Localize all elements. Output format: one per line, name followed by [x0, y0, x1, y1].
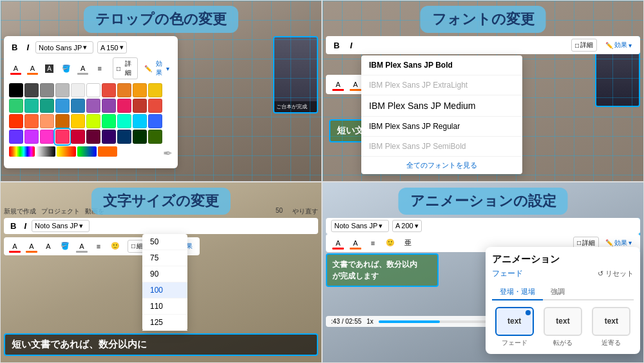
- underline-btn[interactable]: A: [76, 61, 90, 75]
- q3-underline-btn[interactable]: A: [75, 239, 89, 253]
- color-swatch[interactable]: [71, 83, 85, 97]
- color-swatch[interactable]: [71, 130, 85, 144]
- q3-font-selector[interactable]: Noto Sans JP ▾: [32, 220, 90, 232]
- color-swatch[interactable]: [40, 130, 54, 144]
- gradient-swatch-bw[interactable]: [36, 146, 55, 157]
- color-swatch[interactable]: [133, 99, 147, 113]
- q2-detail-btn[interactable]: □ 詳細: [571, 39, 597, 52]
- size-90[interactable]: 90: [142, 266, 187, 282]
- gradient-swatch-rainbow[interactable]: [9, 146, 35, 157]
- q3-bucket-btn[interactable]: 🪣: [58, 239, 72, 253]
- q2-bold-btn[interactable]: B: [331, 39, 342, 52]
- color-swatch[interactable]: [24, 99, 39, 113]
- color-swatch[interactable]: [24, 130, 39, 144]
- font-item-ibm-regular[interactable]: IBM Plex Sans JP Regular: [361, 117, 522, 137]
- color-swatch[interactable]: [71, 114, 85, 128]
- color-swatch[interactable]: [117, 99, 131, 113]
- q3-highlight-btn[interactable]: A: [24, 239, 39, 253]
- color-swatch[interactable]: [55, 83, 70, 97]
- color-swatch[interactable]: [86, 130, 100, 144]
- highlight-btn[interactable]: A: [26, 61, 39, 75]
- anim-option-roll[interactable]: text 転がる: [540, 307, 585, 348]
- q3-align-btn[interactable]: ≡: [91, 239, 106, 253]
- color-swatch[interactable]: [102, 83, 116, 97]
- gradient-swatch-yel-red[interactable]: [57, 146, 76, 157]
- q4-align-btn[interactable]: ≡: [366, 236, 380, 250]
- q3-text-color-btn[interactable]: A: [8, 239, 22, 253]
- anim-reset-btn[interactable]: ↺ リセット: [598, 269, 634, 279]
- color-swatch[interactable]: [40, 114, 54, 128]
- color-swatch[interactable]: [117, 83, 131, 97]
- anim-tab-entry[interactable]: 登場・退場: [492, 284, 543, 300]
- color-swatch[interactable]: [117, 114, 131, 128]
- q4-emoji-btn[interactable]: 🙂: [383, 236, 397, 250]
- anim-tab-emphasis[interactable]: 強調: [543, 284, 573, 299]
- menu-project[interactable]: プロジェクト: [41, 207, 80, 216]
- q3-font-btn[interactable]: A: [41, 239, 55, 253]
- q2-effect-btn[interactable]: ✏️ 効果 ▾: [602, 39, 635, 51]
- font-item-ibm-bold[interactable]: IBM Plex Sans JP Bold: [361, 55, 522, 75]
- size-125[interactable]: 125: [142, 315, 187, 331]
- font-item-ibm-medium[interactable]: IBM Plex Sans JP Medium: [361, 95, 522, 117]
- text-color-btn[interactable]: A: [9, 61, 23, 75]
- color-swatch[interactable]: [133, 114, 147, 128]
- size-110[interactable]: 110: [142, 299, 187, 315]
- color-swatch[interactable]: [71, 99, 85, 113]
- font-selector[interactable]: Noto Sans JP ▾: [35, 41, 93, 54]
- q4-text-color-btn[interactable]: A: [331, 236, 345, 250]
- q2-text-color-btn[interactable]: A: [331, 77, 345, 92]
- color-swatch[interactable]: [102, 130, 116, 144]
- color-swatch[interactable]: [133, 130, 147, 144]
- color-swatch[interactable]: [24, 83, 39, 97]
- color-swatch[interactable]: [102, 99, 116, 113]
- q3-bold-btn[interactable]: B: [8, 220, 19, 232]
- gradient-swatch-grn-blu[interactable]: [77, 146, 97, 157]
- color-swatch[interactable]: [55, 114, 70, 128]
- font-item-ibm-extralight[interactable]: IBM Plex Sans JP ExtraLight: [361, 75, 522, 95]
- color-swatch[interactable]: [117, 130, 131, 144]
- color-swatch[interactable]: [24, 114, 39, 128]
- color-swatch[interactable]: [9, 114, 23, 128]
- italic-button[interactable]: I: [24, 41, 32, 54]
- color-swatch-selected[interactable]: [55, 130, 70, 144]
- anim-option-approach[interactable]: text 近寄る: [589, 307, 634, 348]
- color-swatch-white[interactable]: [86, 83, 100, 97]
- q4-size-selector[interactable]: A 200 ▾: [392, 220, 422, 232]
- size-selector[interactable]: A 150 ▾: [97, 41, 127, 54]
- q3-redo-btn[interactable]: やり直す: [292, 207, 318, 216]
- menu-new[interactable]: 新規で作成: [4, 207, 36, 216]
- q2-highlight-btn[interactable]: A: [348, 77, 363, 92]
- color-swatch-black[interactable]: [9, 83, 23, 97]
- color-swatch[interactable]: [133, 83, 147, 97]
- q3-italic-btn[interactable]: I: [21, 220, 29, 232]
- q4-font-selector[interactable]: Noto Sans JP ▾: [331, 220, 389, 232]
- font-see-all[interactable]: 全てのフォントを見る: [361, 157, 522, 174]
- color-swatch[interactable]: [148, 83, 162, 97]
- anim-option-fade[interactable]: text フェード: [492, 307, 536, 348]
- color-swatch[interactable]: [55, 99, 70, 113]
- font-color-btn[interactable]: A: [43, 61, 56, 75]
- size-75[interactable]: 75: [142, 250, 187, 266]
- detail-btn[interactable]: □ 詳細: [113, 57, 138, 79]
- align-btn[interactable]: ≡: [93, 61, 106, 75]
- bold-button[interactable]: B: [9, 41, 20, 54]
- color-swatch[interactable]: [102, 114, 116, 128]
- q2-italic-btn[interactable]: I: [347, 39, 355, 52]
- color-swatch[interactable]: [148, 130, 162, 144]
- effect-btn[interactable]: ✏️ 効果 ▾: [141, 58, 173, 79]
- color-swatch[interactable]: [9, 130, 23, 144]
- color-swatch[interactable]: [148, 99, 162, 113]
- color-swatch[interactable]: [148, 114, 162, 128]
- background-btn[interactable]: 🪣: [59, 61, 73, 75]
- q3-emoji-btn[interactable]: 🙂: [108, 239, 122, 253]
- gradient-swatch-orange[interactable]: [98, 146, 117, 157]
- dropper-icon[interactable]: ✒: [163, 146, 173, 161]
- size-100[interactable]: 100: [142, 282, 187, 299]
- q4-highlight-btn[interactable]: A: [348, 236, 363, 250]
- size-50[interactable]: 50: [142, 234, 187, 250]
- font-item-ibm-semibold[interactable]: IBM Plex Sans JP SemiBold: [361, 137, 522, 157]
- color-swatch[interactable]: [40, 99, 54, 113]
- q4-kanji-btn[interactable]: 亜: [401, 236, 415, 250]
- color-swatch[interactable]: [9, 99, 23, 113]
- color-swatch[interactable]: [86, 99, 100, 113]
